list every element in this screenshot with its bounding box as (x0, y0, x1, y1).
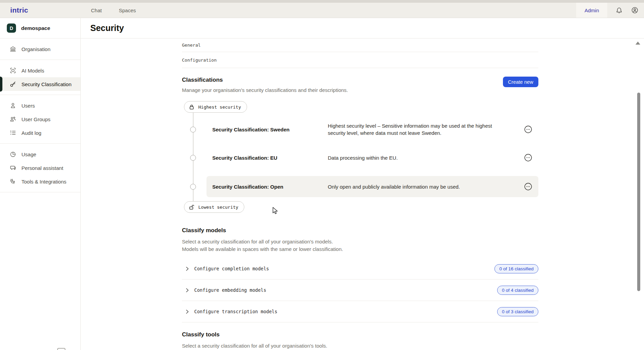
sidebar-item-organisation[interactable]: Organisation (0, 42, 80, 56)
tab-spaces[interactable]: Spaces (119, 7, 136, 13)
scroll-area: General Configuration Classifications Ma… (81, 38, 644, 350)
classify-models-section: Classify models Select a security classi… (182, 227, 538, 322)
classification-tree: Highest security Security Classification… (182, 101, 538, 213)
sidebar-item-label: Audit log (21, 130, 41, 136)
nav-group-models: AI Models Security Classification (0, 60, 80, 95)
sidebar-item-label: Security Classification (21, 81, 72, 87)
scrollbar-thumb[interactable] (637, 93, 640, 291)
row-menu-button[interactable] (524, 182, 532, 191)
configure-transcription-models-row[interactable]: Configure transcription models 0 of 3 cl… (182, 301, 538, 322)
classification-radio[interactable] (190, 184, 196, 190)
user-account-icon[interactable] (631, 6, 639, 14)
sidebar-item-label: User Groups (21, 116, 50, 122)
workspace-switcher[interactable]: D demospace (0, 18, 80, 38)
sidebar-item-label: AI Models (21, 68, 44, 74)
sidebar-item-label: Organisation (21, 46, 50, 52)
scrollbar-up-arrow[interactable] (635, 42, 640, 45)
user-icon (10, 102, 16, 109)
sidebar-item-personal-assistant[interactable]: Personal assistant (0, 161, 80, 175)
configure-embedding-models-row[interactable]: Configure embedding models 0 of 4 classi… (182, 280, 538, 301)
ellipsis-icon (524, 125, 532, 133)
chevron-right-icon (185, 288, 190, 293)
chat-bubble-icon (10, 164, 16, 171)
audit-list-icon (10, 129, 16, 136)
row-menu-button[interactable] (524, 125, 532, 133)
sidebar-item-label: Users (21, 103, 35, 109)
classification-description: Only open and publicly available informa… (328, 183, 505, 190)
bank-icon (10, 46, 16, 52)
row-menu-button[interactable] (524, 154, 532, 162)
pie-chart-icon (10, 151, 16, 158)
classification-row-open: Security Classification: Open Only open … (182, 176, 538, 197)
chevron-right-icon (185, 309, 190, 314)
classified-count-badge: 0 of 3 classified (497, 307, 538, 316)
workspace-name: demospace (21, 25, 50, 31)
sidebar-collapse-icon[interactable] (57, 348, 65, 350)
sidebar-item-users[interactable]: Users (0, 99, 80, 112)
classification-name: Security Classification: EU (212, 155, 325, 161)
topbar-right: Admin (576, 3, 644, 18)
user-group-icon (10, 116, 16, 123)
classification-description: Highest security level – Sensitive infor… (328, 122, 505, 137)
classification-row-sweden: Security Classification: Sweden Highest … (182, 117, 538, 141)
classification-radio[interactable] (190, 127, 196, 132)
page-title: Security (90, 23, 124, 33)
nav-group-tools: Usage Personal assistant (0, 144, 80, 192)
classify-tools-section: Classify tools Select a security classif… (182, 331, 538, 350)
sidebar-item-label: Usage (21, 152, 36, 157)
notification-bell-icon[interactable] (615, 6, 623, 14)
classified-count-badge: 0 of 16 classified (494, 264, 538, 273)
sidebar-item-audit-log[interactable]: Audit log (0, 126, 80, 140)
create-new-button[interactable]: Create new (503, 77, 538, 87)
page-header: Security (81, 18, 644, 38)
lock-closed-icon (189, 104, 195, 110)
plug-icon (10, 178, 16, 185)
classifications-subtitle: Manage your organisation's security clas… (182, 87, 348, 93)
key-icon (10, 81, 16, 88)
tab-chat[interactable]: Chat (91, 7, 102, 13)
settings-row-general[interactable]: General (182, 38, 538, 52)
chip-icon (10, 67, 16, 74)
highest-security-pill: Highest security (184, 101, 247, 113)
classifications-title: Classifications (182, 77, 348, 83)
sidebar-item-ai-models[interactable]: AI Models (0, 64, 80, 77)
sidebar-item-security-classification[interactable]: Security Classification (0, 77, 80, 91)
classified-count-badge: 0 of 4 classified (497, 286, 538, 295)
lock-open-icon (189, 204, 195, 210)
intric-logo: intric (0, 6, 81, 14)
sidebar-item-usage[interactable]: Usage (0, 147, 80, 161)
ellipsis-icon (524, 154, 532, 162)
ellipsis-icon (524, 182, 532, 191)
classify-models-desc-line: Select a security classification for all… (182, 238, 538, 245)
classification-description: Data processing within the EU. (328, 154, 505, 161)
classification-row-eu: Security Classification: EU Data process… (182, 141, 538, 174)
lowest-security-pill: Lowest security (184, 201, 244, 213)
chevron-right-icon (185, 266, 190, 271)
nav-group-organisation: Organisation (0, 38, 80, 60)
workspace-avatar: D (7, 23, 16, 33)
configure-completion-models-row[interactable]: Configure completion models 0 of 16 clas… (182, 258, 538, 280)
classification-radio[interactable] (190, 155, 196, 161)
sidebar-item-label: Tools & Integrations (21, 179, 66, 185)
sidebar: D demospace Organisation (0, 18, 81, 350)
window-top-strip (0, 0, 644, 3)
sidebar-item-tools-integrations[interactable]: Tools & Integrations (0, 175, 80, 188)
classify-models-title: Classify models (182, 227, 538, 234)
topbar: intric Chat Spaces Admin (0, 3, 644, 18)
admin-nav-button[interactable]: Admin (576, 3, 607, 18)
primary-nav: Chat Spaces (91, 7, 136, 13)
classify-models-desc-line: Models will be available in spaces with … (182, 245, 538, 253)
classify-tools-title: Classify tools (182, 331, 538, 338)
classification-name: Security Classification: Sweden (212, 127, 325, 132)
settings-row-configuration[interactable]: Configuration (182, 52, 538, 68)
sidebar-item-user-groups[interactable]: User Groups (0, 112, 80, 126)
sidebar-item-label: Personal assistant (21, 165, 63, 171)
main-area: Security General Configuration Classific… (81, 18, 644, 350)
nav-group-users: Users User Groups Audit (0, 95, 80, 144)
classify-tools-desc: Select a security classification for all… (182, 342, 538, 350)
classification-name: Security Classification: Open (212, 184, 325, 190)
